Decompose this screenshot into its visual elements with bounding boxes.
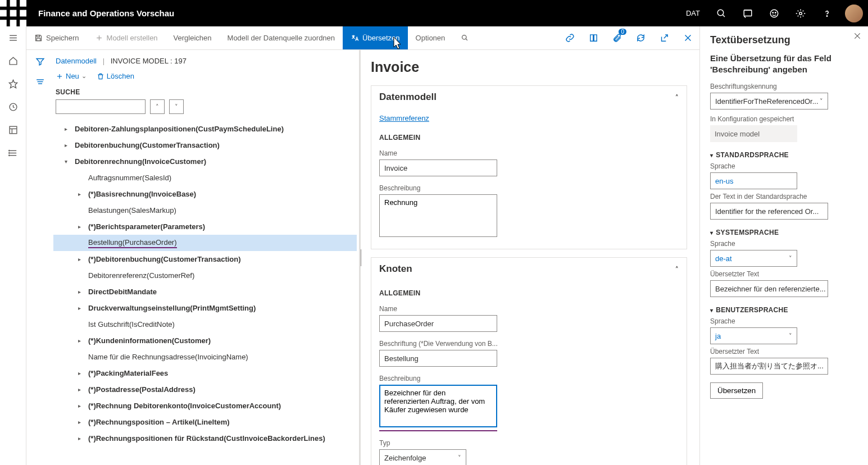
tree-node[interactable]: ▾Debitorenrechnung(InvoiceCustomer): [53, 153, 357, 170]
group-user-lang[interactable]: BENUTZERSPRACHE: [710, 306, 858, 314]
tree-node[interactable]: Belastungen(SalesMarkup): [53, 202, 357, 218]
tree-node[interactable]: ▸(*)Basisrechnung(InvoiceBase): [53, 186, 357, 202]
tree-node[interactable]: Ist Gutschrift(IsCreditNote): [53, 316, 357, 332]
node-type-select[interactable]: Zeichenfolge ˅: [379, 449, 466, 465]
chevron-down-icon: ˅: [820, 98, 823, 105]
tree-node[interactable]: ▸(*)Debitorenbuchung(CustomerTransaction…: [53, 251, 357, 267]
tree[interactable]: ▸Debitoren-Zahlungsplanpositionen(CustPa…: [53, 121, 359, 465]
search-icon[interactable]: [708, 0, 734, 26]
tree-node[interactable]: ▸Druckverwaltungseinstellung(PrintMgmtSe…: [53, 300, 357, 316]
tree-node[interactable]: Name für die Rechnungsadresse(InvoicingN…: [53, 349, 357, 365]
home-icon[interactable]: [0, 49, 26, 72]
avatar[interactable]: [845, 4, 863, 22]
cmdbar-search-icon[interactable]: [453, 26, 477, 49]
map-datasource-button[interactable]: Modell der Datenquelle zuordnen: [220, 26, 343, 49]
caret-icon[interactable]: ▸: [75, 386, 84, 393]
breadcrumb-current: INVOICE MODEL : 197: [111, 57, 187, 65]
group-default-lang[interactable]: STANDARDSPRACHE: [710, 151, 858, 159]
star-icon[interactable]: [0, 72, 26, 95]
section-datamodel-header[interactable]: Datenmodell ˄: [371, 86, 687, 108]
caret-icon[interactable]: ▸: [75, 191, 84, 197]
tree-node[interactable]: ▸DirectDebitMandate: [53, 284, 357, 300]
gear-icon[interactable]: [787, 0, 814, 26]
caret-icon[interactable]: ▸: [75, 419, 84, 425]
funnel-icon[interactable]: [35, 57, 45, 68]
breadcrumb-root[interactable]: Datenmodell: [56, 57, 97, 65]
caret-icon[interactable]: ▸: [75, 338, 84, 344]
tree-node[interactable]: ▸(*)Rechnungspositionen für Rückstand(Cu…: [53, 430, 357, 446]
search-input[interactable]: [56, 99, 146, 114]
node-desc-field[interactable]: [379, 385, 497, 427]
save-button[interactable]: Speichern: [26, 26, 87, 49]
link-icon[interactable]: [558, 26, 581, 50]
recent-icon[interactable]: [0, 95, 26, 118]
section-node-header[interactable]: Knoten ˄: [371, 258, 687, 280]
svg-rect-5: [20, 10, 26, 17]
root-reference-link[interactable]: Stammreferenz: [379, 112, 429, 128]
tree-node-label: (*)Berichtsparameter(Parameters): [88, 222, 205, 231]
node-name-field[interactable]: PurchaseOrder: [379, 315, 497, 332]
popout-icon[interactable]: [652, 26, 676, 50]
default-lang[interactable]: en-us: [710, 172, 797, 189]
user-lang-text[interactable]: 購入担当者が割り当てた参照オ...: [710, 358, 828, 375]
create-model-button[interactable]: Modell erstellen: [87, 26, 166, 49]
options-button[interactable]: Optionen: [408, 26, 453, 49]
user-lang-select[interactable]: ja ˅: [710, 327, 797, 344]
caret-icon[interactable]: ▸: [61, 126, 70, 132]
caret-icon[interactable]: ▸: [75, 224, 84, 230]
translate-action-button[interactable]: Übersetzen: [710, 382, 763, 399]
svg-point-12: [770, 10, 778, 17]
dm-desc-field[interactable]: [379, 194, 497, 237]
search-prev-button[interactable]: ˄: [150, 99, 165, 114]
hamburger-icon[interactable]: [0, 26, 26, 49]
caret-icon[interactable]: ▸: [75, 435, 84, 441]
tree-node-label: Bestellung(PurchaseOrder): [88, 238, 177, 248]
caret-icon[interactable]: ▾: [61, 158, 70, 165]
node-caption-field[interactable]: Bestellung: [379, 350, 497, 367]
tree-node[interactable]: ▸(*)Berichtsparameter(Parameters): [53, 218, 357, 235]
tree-node[interactable]: ▸(*)Kundeninformationen(Customer): [53, 332, 357, 349]
help-icon[interactable]: [814, 0, 840, 26]
tree-node[interactable]: ▸(*)Postadresse(PostalAddress): [53, 381, 357, 398]
tree-node[interactable]: ▸(*)Rechnungsposition – Artikel(LineItem…: [53, 414, 357, 430]
panel-close-icon[interactable]: [853, 32, 861, 42]
svg-rect-31: [37, 35, 39, 37]
new-button[interactable]: Neu ⌄: [56, 72, 87, 80]
tree-node[interactable]: Debitorenreferenz(CustomerRef): [53, 267, 357, 284]
caret-icon[interactable]: ▸: [75, 305, 84, 311]
caret-icon[interactable]: ▸: [61, 142, 70, 148]
tree-node[interactable]: ▸Debitorenbuchung(CustomerTransaction): [53, 137, 357, 153]
chat-icon[interactable]: [734, 0, 761, 26]
splitter-handle[interactable]: [361, 249, 361, 266]
dm-name-field[interactable]: Invoice: [379, 159, 497, 176]
app-title: Finance and Operations Vorschau: [26, 8, 174, 18]
group-system-lang[interactable]: SYSTEMSPRACHE: [710, 229, 858, 236]
tree-node[interactable]: Auftragsnummer(SalesId): [53, 170, 357, 186]
lines-icon[interactable]: [35, 77, 45, 88]
waffle-icon[interactable]: [0, 0, 26, 26]
system-lang-select[interactable]: de-at ˅: [710, 250, 797, 267]
delete-button[interactable]: Löschen: [97, 72, 134, 80]
tree-node[interactable]: Bestellung(PurchaseOrder): [53, 235, 357, 251]
refresh-icon[interactable]: [629, 26, 652, 50]
default-lang-text[interactable]: Identifier for the referenced Or...: [710, 203, 828, 220]
caret-icon[interactable]: ▸: [75, 256, 84, 262]
workspace-icon[interactable]: [0, 118, 26, 142]
compare-button[interactable]: Vergleichen: [166, 26, 220, 49]
caret-icon[interactable]: ▸: [75, 289, 84, 295]
smile-icon[interactable]: [761, 0, 787, 26]
caret-icon[interactable]: ▸: [75, 370, 84, 376]
book-icon[interactable]: [581, 26, 605, 50]
search-next-button[interactable]: ˅: [169, 99, 184, 114]
company-chip[interactable]: DAT: [678, 9, 708, 17]
translate-button[interactable]: Übersetzen: [343, 26, 407, 49]
label-id-select[interactable]: IdentifierForTheReferencedOr... ˅: [710, 93, 828, 110]
attachment-icon[interactable]: 0: [605, 26, 629, 50]
caret-icon[interactable]: ▸: [75, 403, 84, 409]
close-icon[interactable]: [676, 26, 699, 50]
system-lang-text[interactable]: Bezeichner für den referenzierte...: [710, 280, 828, 297]
tree-node[interactable]: ▸Debitoren-Zahlungsplanpositionen(CustPa…: [53, 121, 357, 137]
modules-icon[interactable]: [0, 142, 26, 165]
tree-node[interactable]: ▸(*)Rechnung Debitorenkonto(InvoiceCusto…: [53, 398, 357, 414]
tree-node[interactable]: ▸(*)PackingMaterialFees: [53, 365, 357, 381]
